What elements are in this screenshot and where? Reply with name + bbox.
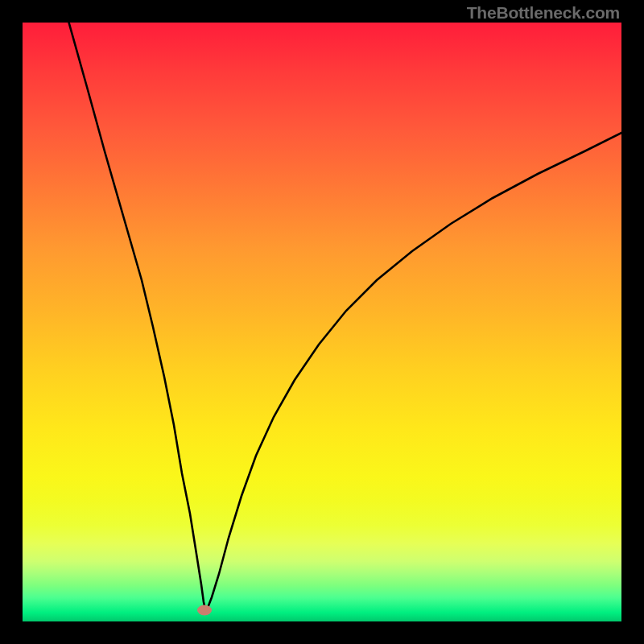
minimum-marker <box>197 605 212 616</box>
plot-area <box>23 23 621 621</box>
curve-layer <box>23 23 621 621</box>
chart-frame: TheBottleneck.com <box>0 0 644 644</box>
bottleneck-curve <box>68 23 621 609</box>
attribution-label: TheBottleneck.com <box>467 3 620 23</box>
